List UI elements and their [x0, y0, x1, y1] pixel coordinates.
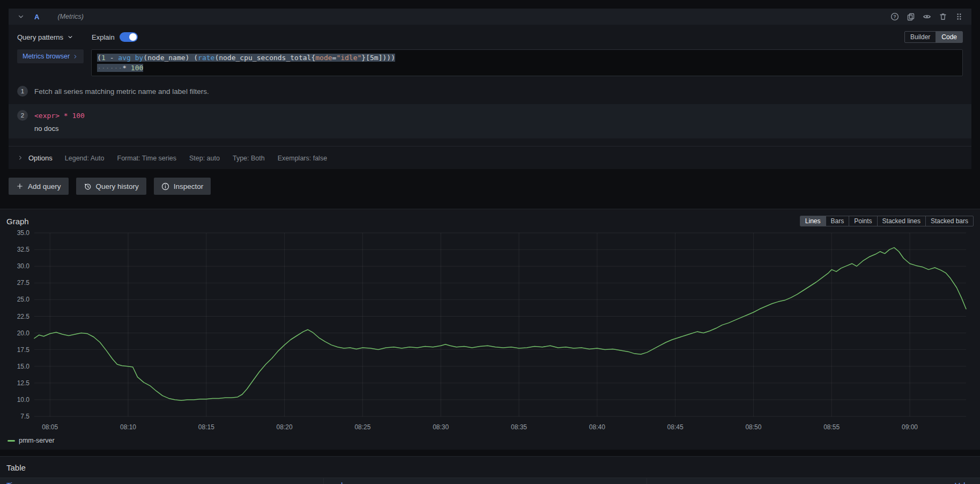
svg-text:30.0: 30.0	[17, 262, 30, 270]
table-panel-title: Table	[0, 457, 980, 478]
help-icon: ?	[890, 12, 899, 21]
graph-panel: Graph LinesBarsPointsStacked linesStacke…	[0, 209, 980, 450]
graph-mode-lines[interactable]: Lines	[800, 216, 826, 226]
metrics-browser-button[interactable]: Metrics browser	[17, 49, 84, 63]
svg-text:27.5: 27.5	[17, 279, 30, 287]
svg-text:08:25: 08:25	[354, 423, 370, 431]
code-line-2: ······* 100	[97, 63, 957, 73]
graph-panel-title: Graph	[6, 217, 29, 226]
option-meta-item: Step: auto	[189, 155, 220, 162]
graph-mode-points[interactable]: Points	[849, 216, 877, 226]
drag-handle[interactable]	[952, 10, 966, 23]
add-query-button[interactable]: Add query	[9, 178, 69, 195]
options-toggle[interactable]: Options Legend: AutoFormat: Time seriesS…	[9, 146, 971, 169]
table-header-row: Timenode_nameValue	[0, 478, 980, 484]
collapse-chevron-icon[interactable]	[14, 10, 28, 23]
code-mode-button[interactable]: Code	[936, 32, 962, 42]
query-editor-panel: A (Metrics) ?	[9, 9, 971, 169]
trash-icon	[939, 12, 947, 21]
step-number-badge: 2	[17, 110, 28, 121]
history-icon	[84, 182, 92, 190]
query-patterns-dropdown[interactable]: Query patterns	[17, 33, 73, 41]
explain-section: 1 Fetch all series matching metric name …	[9, 86, 971, 138]
editor-mode-group: Builder Code	[904, 31, 963, 43]
query-help-button[interactable]: ?	[888, 10, 902, 23]
query-patterns-label: Query patterns	[17, 33, 63, 41]
explain-step-1: 1 Fetch all series matching metric name …	[9, 86, 971, 97]
explain-toggle[interactable]	[120, 32, 138, 42]
eye-icon	[923, 12, 931, 21]
svg-text:35.0: 35.0	[17, 229, 30, 237]
query-ref-id: A	[34, 13, 39, 21]
svg-text:15.0: 15.0	[17, 363, 30, 370]
remove-query-button[interactable]	[936, 10, 950, 23]
option-meta-item: Legend: Auto	[65, 155, 105, 162]
copy-icon	[907, 12, 915, 21]
explore-actions: Add query Query history Inspector	[9, 178, 971, 195]
grip-icon	[955, 12, 963, 21]
table-header-node_name[interactable]: node_name	[324, 478, 647, 484]
query-toolbar: Query patterns Explain Builder Code	[9, 25, 971, 47]
svg-text:17.5: 17.5	[17, 346, 30, 354]
explain-step-1-text: Fetch all series matching metric name an…	[34, 87, 209, 96]
graph-mode-stacked-bars[interactable]: Stacked bars	[925, 216, 973, 226]
explain-label: Explain	[92, 33, 115, 41]
svg-text:20.0: 20.0	[17, 329, 30, 337]
graph-mode-stacked-lines[interactable]: Stacked lines	[877, 216, 925, 226]
query-row-header[interactable]: A (Metrics) ?	[9, 9, 971, 25]
builder-mode-button[interactable]: Builder	[905, 32, 936, 42]
time-series-chart[interactable]: 35.032.530.027.525.022.520.017.515.012.5…	[0, 228, 980, 437]
table-header-time[interactable]: Time	[0, 478, 324, 484]
query-history-label: Query history	[96, 182, 139, 190]
svg-text:32.5: 32.5	[17, 246, 30, 253]
graph-mode-bars[interactable]: Bars	[826, 216, 849, 226]
query-history-button[interactable]: Query history	[76, 178, 146, 195]
svg-text:08:15: 08:15	[198, 423, 214, 431]
graph-panel-header: Graph LinesBarsPointsStacked linesStacke…	[0, 209, 980, 228]
metrics-browser-label: Metrics browser	[23, 53, 70, 60]
svg-text:22.5: 22.5	[17, 313, 30, 320]
svg-text:7.5: 7.5	[20, 413, 29, 420]
svg-text:09:00: 09:00	[902, 423, 918, 431]
svg-text:08:55: 08:55	[823, 423, 840, 431]
chevron-down-icon	[67, 34, 73, 40]
chevron-right-icon	[17, 155, 24, 161]
svg-text:08:35: 08:35	[511, 423, 527, 431]
datasource-hint: (Metrics)	[57, 13, 84, 20]
query-row-actions: ?	[888, 10, 966, 23]
legend-item-pmm-server[interactable]: pmm-server	[0, 437, 980, 450]
step-number-badge: 1	[17, 86, 28, 97]
explain-step-2-note: no docs	[34, 124, 971, 133]
option-meta-item: Format: Time series	[117, 155, 176, 162]
svg-text:08:50: 08:50	[745, 423, 761, 431]
svg-text:10.0: 10.0	[17, 396, 30, 404]
inspector-button[interactable]: Inspector	[154, 178, 211, 195]
duplicate-query-button[interactable]	[904, 10, 918, 23]
svg-text:08:40: 08:40	[589, 423, 605, 431]
code-line-1: (1 - avg by(node_name) (rate(node_cpu_se…	[97, 53, 957, 63]
legend-label: pmm-server	[19, 437, 55, 444]
promql-code-editor[interactable]: (1 - avg by(node_name) (rate(node_cpu_se…	[91, 49, 963, 76]
explain-step-2: 2 <expr> * 100 no docs	[9, 104, 971, 138]
inspector-label: Inspector	[174, 182, 204, 190]
svg-text:12.5: 12.5	[17, 379, 30, 387]
chevron-right-icon	[72, 54, 78, 60]
explain-step-2-expression: <expr> * 100	[34, 112, 85, 120]
svg-text:08:30: 08:30	[433, 423, 449, 431]
toggle-visibility-button[interactable]	[920, 10, 934, 23]
svg-text:08:05: 08:05	[42, 423, 58, 431]
toggle-knob	[129, 33, 137, 41]
svg-text:08:20: 08:20	[277, 423, 293, 431]
info-icon	[161, 182, 169, 190]
plus-icon	[16, 182, 24, 190]
options-label: Options	[28, 154, 53, 162]
query-editor-row: Metrics browser (1 - avg by(node_name) (…	[9, 47, 971, 83]
series-color-swatch	[8, 440, 15, 442]
option-meta-item: Type: Both	[233, 155, 265, 162]
options-summary: Legend: AutoFormat: Time seriesStep: aut…	[65, 153, 340, 163]
svg-text:25.0: 25.0	[17, 296, 30, 303]
graph-mode-group: LinesBarsPointsStacked linesStacked bars	[800, 216, 974, 226]
svg-text:08:45: 08:45	[667, 423, 684, 431]
explore-page: A (Metrics) ?	[0, 0, 980, 484]
table-header-value[interactable]: Value	[647, 478, 980, 484]
